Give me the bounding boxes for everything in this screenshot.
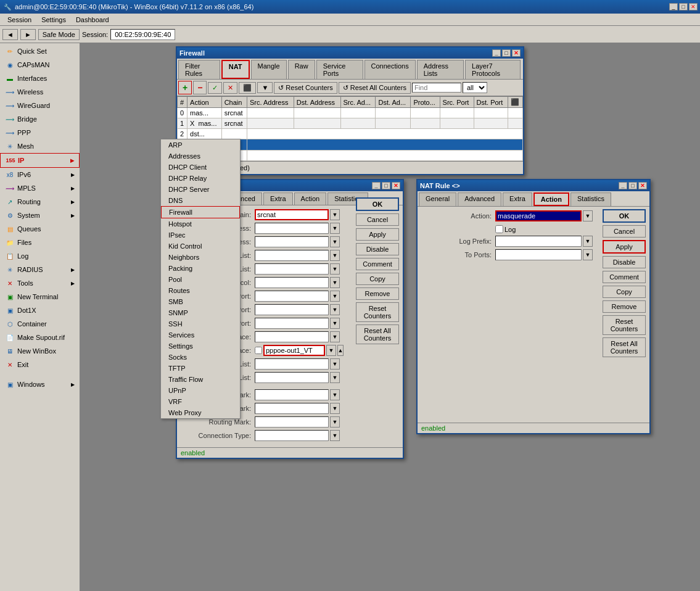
col-dst-port[interactable]: Dst. Port — [474, 97, 508, 108]
nat-right-tab-general[interactable]: General — [419, 192, 456, 206]
sidebar-item-windows[interactable]: ▣ Windows ▶ — [0, 378, 80, 391]
in-iface-list-dropdown[interactable]: ▼ — [330, 358, 340, 370]
to-ports-dropdown[interactable]: ▼ — [583, 249, 593, 260]
col-dst-addr[interactable]: Dst. Address — [294, 97, 340, 108]
tab-connections[interactable]: Connections — [364, 60, 416, 79]
src-addr-input[interactable] — [255, 223, 329, 234]
tab-service-ports[interactable]: Service Ports — [316, 60, 363, 79]
conn-mark-input[interactable] — [255, 403, 329, 414]
table-row[interactable]: 2 dst... — [178, 129, 523, 139]
nat-right-reset-counters-btn[interactable]: Reset Counters — [603, 315, 646, 335]
nat-right-minimize-btn[interactable]: _ — [619, 182, 627, 189]
firewall-minimize-btn[interactable]: _ — [492, 49, 501, 57]
nat-left-reset-all-btn[interactable]: Reset All Counters — [356, 324, 399, 344]
minimize-button[interactable]: _ — [669, 3, 678, 10]
out-iface-checkbox[interactable] — [255, 347, 262, 354]
packet-mark-dropdown[interactable]: ▼ — [330, 389, 340, 400]
nat-left-minimize-btn[interactable]: _ — [372, 182, 381, 189]
out-iface-dropdown-btn[interactable]: ▼ — [326, 345, 336, 356]
nat-left-maximize-btn[interactable]: □ — [382, 182, 390, 189]
sidebar-item-files[interactable]: 📁 Files — [0, 236, 80, 249]
ip-submenu-arp[interactable]: ARP — [161, 139, 240, 151]
ip-submenu-smb[interactable]: SMB — [161, 296, 240, 307]
sidebar-item-log[interactable]: 📋 Log — [0, 249, 80, 263]
nat-left-remove-btn[interactable]: Remove — [356, 287, 399, 300]
dst-addr-list-dropdown[interactable]: ▼ — [330, 263, 340, 275]
sidebar-item-exit[interactable]: ✕ Exit — [0, 358, 80, 371]
fw-filter-btn[interactable]: ▼ — [257, 82, 273, 93]
nat-right-maximize-btn[interactable]: □ — [628, 182, 637, 189]
fw-reset-all-counters-btn[interactable]: ↺ Reset All Counters — [339, 82, 411, 94]
out-iface-list-input[interactable] — [255, 372, 329, 383]
nat-left-copy-btn[interactable]: Copy — [356, 273, 399, 285]
nat-right-tab-extra[interactable]: Extra — [503, 192, 532, 206]
nat-right-tab-advanced[interactable]: Advanced — [458, 192, 501, 206]
col-src-ad[interactable]: Src. Ad... — [340, 97, 376, 108]
fw-copy-btn[interactable]: ⬛ — [239, 82, 256, 94]
ip-submenu-web-proxy[interactable]: Web Proxy — [161, 407, 240, 418]
ip-submenu-ipsec[interactable]: IPsec — [161, 229, 240, 241]
in-iface-dropdown[interactable]: ▼ — [330, 331, 340, 342]
action-dropdown-btn[interactable]: ▼ — [583, 210, 593, 221]
src-addr-list-dropdown[interactable]: ▼ — [330, 250, 340, 261]
safe-mode-button[interactable]: Safe Mode — [38, 29, 80, 40]
nat-right-close-btn[interactable]: ✕ — [638, 182, 647, 189]
dst-port-dropdown[interactable]: ▼ — [330, 304, 340, 315]
any-port-input[interactable] — [255, 318, 329, 329]
sidebar-item-interfaces[interactable]: ▬ Interfaces — [0, 72, 80, 85]
nat-right-tab-statistics[interactable]: Statistics — [570, 192, 611, 206]
fw-reset-counters-btn[interactable]: ↺ Reset Counters — [274, 82, 337, 94]
any-port-dropdown[interactable]: ▼ — [330, 318, 340, 329]
ip-submenu-upnp[interactable]: UPnP — [161, 385, 240, 396]
nat-left-disable-btn[interactable]: Disable — [356, 243, 399, 255]
nat-left-close-btn[interactable]: ✕ — [392, 182, 400, 189]
tab-address-lists[interactable]: Address Lists — [417, 60, 464, 79]
sidebar-item-queues[interactable]: ▤ Queues — [0, 222, 80, 236]
routing-mark-input[interactable] — [255, 416, 329, 428]
dst-addr-list-input[interactable] — [255, 263, 329, 275]
sidebar-item-capsman[interactable]: ◉ CAPsMAN — [0, 58, 80, 72]
protocol-dropdown[interactable]: ▼ — [330, 277, 340, 288]
conn-mark-dropdown[interactable]: ▼ — [330, 403, 340, 414]
sidebar-item-wireless[interactable]: ⟿ Wireless — [0, 85, 80, 99]
ip-submenu-snmp[interactable]: SNMP — [161, 307, 240, 318]
sidebar-item-new-winbox[interactable]: 🖥 New WinBox — [0, 344, 80, 358]
sidebar-item-new-terminal[interactable]: ▣ New Terminal — [0, 290, 80, 304]
firewall-maximize-btn[interactable]: □ — [502, 49, 511, 57]
tab-mangle[interactable]: Mangle — [251, 60, 287, 79]
src-addr-dropdown[interactable]: ▼ — [330, 223, 340, 234]
protocol-input[interactable] — [255, 277, 329, 288]
ip-submenu-addresses[interactable]: Addresses — [161, 151, 240, 162]
src-port-dropdown[interactable]: ▼ — [330, 291, 340, 302]
tab-layer7[interactable]: Layer7 Protocols — [465, 60, 521, 79]
conn-type-dropdown[interactable]: ▼ — [330, 430, 340, 441]
src-port-input[interactable] — [255, 291, 329, 302]
dst-port-input[interactable] — [255, 304, 329, 315]
ip-submenu-firewall[interactable]: Firewall — [161, 206, 240, 218]
ip-submenu-socks[interactable]: Socks — [161, 352, 240, 363]
ip-submenu-neighbors[interactable]: Neighbors — [161, 252, 240, 263]
nat-left-cancel-btn[interactable]: Cancel — [356, 213, 399, 226]
nat-right-ok-btn[interactable]: OK — [603, 209, 646, 223]
sidebar-item-wireguard[interactable]: ⟿ WireGuard — [0, 99, 80, 112]
fw-disable-btn[interactable]: ✕ — [223, 82, 237, 94]
fw-find-dropdown[interactable]: all — [463, 82, 487, 93]
table-row[interactable]: 0 mas... srcnat — [178, 108, 523, 118]
col-num[interactable]: # — [178, 97, 187, 108]
in-iface-input[interactable] — [255, 331, 329, 342]
out-iface-input[interactable] — [263, 345, 325, 356]
back-button[interactable]: ◄ — [2, 29, 18, 40]
nat-right-tab-action[interactable]: Action — [533, 192, 569, 206]
ip-submenu-kid-control[interactable]: Kid Control — [161, 241, 240, 252]
log-checkbox[interactable] — [495, 225, 503, 233]
ip-submenu-ssh[interactable]: SSH — [161, 318, 240, 329]
sidebar-item-mpls[interactable]: ⟿ MPLS ▶ — [0, 181, 80, 195]
ip-submenu-routes[interactable]: Routes — [161, 285, 240, 296]
col-action[interactable]: Action — [187, 97, 222, 108]
col-chain[interactable]: Chain — [221, 97, 247, 108]
ip-submenu-pool[interactable]: Pool — [161, 274, 240, 285]
ip-submenu-services[interactable]: Services — [161, 329, 240, 341]
ip-submenu-vrf[interactable]: VRF — [161, 396, 240, 407]
nat-right-reset-all-btn[interactable]: Reset All Counters — [603, 337, 646, 357]
ip-submenu-dhcp-relay[interactable]: DHCP Relay — [161, 173, 240, 184]
